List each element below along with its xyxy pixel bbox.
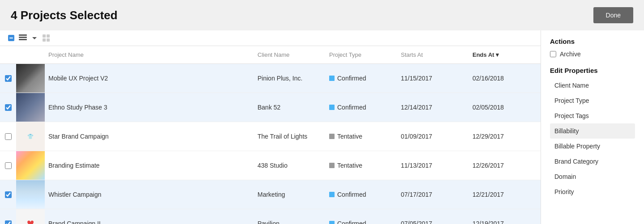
svg-rect-8	[43, 38, 46, 42]
svg-marker-5	[32, 37, 37, 39]
archive-row: Archive	[550, 51, 635, 58]
col-project-name: Project Name	[45, 50, 254, 60]
row-ends-at: 12/21/2017	[469, 187, 541, 202]
row-project-type: Confirmed	[326, 100, 397, 115]
row-project-name: Ethno Study Phase 3	[45, 100, 254, 114]
row-ends-at: 02/16/2018	[469, 71, 541, 85]
row-starts-at: 01/09/2017	[397, 129, 469, 144]
row-starts-at: 11/13/2017	[397, 158, 469, 173]
svg-rect-9	[47, 38, 50, 42]
row-checkbox-cell	[0, 190, 16, 200]
dropdown-arrow-icon[interactable]	[30, 34, 39, 42]
col-ends-at[interactable]: Ends At ▾	[469, 50, 541, 60]
row-project-name: Star Brand Campaign	[45, 129, 254, 144]
row-thumbnail	[16, 180, 45, 209]
row-select-checkbox[interactable]	[5, 162, 12, 169]
sidebar-prop-item-billable-property[interactable]: Billable Property	[550, 139, 635, 154]
type-label: Confirmed	[337, 104, 366, 111]
type-badge-dot	[329, 192, 335, 197]
table-toolbar	[0, 30, 541, 46]
row-ends-at: 12/29/2017	[469, 129, 541, 144]
type-label: Tentative	[337, 133, 362, 140]
row-thumbnail: 👕	[16, 122, 45, 151]
row-ends-at: 12/26/2017	[469, 158, 541, 173]
table-row: Whistler CampaignMarketingConfirmed07/17…	[0, 180, 541, 209]
row-checkbox-cell	[0, 102, 16, 113]
type-label: Confirmed	[337, 220, 366, 224]
row-select-checkbox[interactable]	[5, 191, 12, 198]
type-badge-dot	[329, 76, 335, 81]
type-label: Tentative	[337, 162, 362, 169]
right-sidebar: Actions Archive Edit Properties Client N…	[541, 30, 644, 224]
type-badge-dot	[329, 221, 335, 224]
row-checkbox-cell	[0, 73, 16, 84]
row-checkbox-cell	[0, 131, 16, 142]
row-starts-at: 11/15/2017	[397, 71, 469, 85]
row-select-checkbox[interactable]	[5, 75, 12, 82]
edit-props-title: Edit Properties	[550, 67, 635, 74]
row-thumbnail: ♥	[16, 209, 45, 224]
table-rows-container: Mobile UX Project V2Pinion Plus, Inc.Con…	[0, 64, 541, 224]
row-client-name: Pavilion	[254, 216, 326, 224]
row-ends-at: 02/05/2018	[469, 100, 541, 114]
table-row: Ethno Study Phase 3Bank 52Confirmed12/14…	[0, 93, 541, 122]
sidebar-prop-item-priority[interactable]: Priority	[550, 184, 635, 199]
svg-rect-1	[9, 38, 13, 38]
archive-checkbox[interactable]	[550, 51, 556, 57]
table-row: 👕Star Brand CampaignThe Trail of LightsT…	[0, 122, 541, 151]
row-project-name: Brand Campaign II	[45, 216, 254, 224]
row-project-type: Confirmed	[326, 216, 397, 224]
row-project-type: Tentative	[326, 158, 397, 173]
row-thumbnail	[16, 151, 45, 180]
type-badge-dot	[329, 105, 335, 110]
col-project-type: Project Type	[326, 50, 397, 60]
svg-rect-4	[19, 39, 27, 40]
row-client-name: Marketing	[254, 187, 326, 202]
row-project-name: Branding Estimate	[45, 158, 254, 173]
row-select-checkbox[interactable]	[5, 104, 12, 111]
sidebar-prop-item-project-type[interactable]: Project Type	[550, 93, 635, 108]
row-ends-at: 12/19/2017	[469, 216, 541, 224]
svg-rect-7	[47, 34, 50, 38]
col-client-name: Client Name	[254, 50, 326, 60]
row-select-checkbox[interactable]	[5, 133, 12, 140]
row-client-name: Pinion Plus, Inc.	[254, 71, 326, 85]
done-button[interactable]: Done	[593, 7, 633, 23]
row-starts-at: 07/05/2017	[397, 216, 469, 224]
row-client-name: Bank 52	[254, 100, 326, 114]
archive-label: Archive	[560, 51, 581, 58]
select-all-checkbox-icon[interactable]	[7, 34, 15, 42]
sidebar-prop-item-brand-category[interactable]: Brand Category	[550, 154, 635, 169]
list-view-icon[interactable]	[19, 34, 27, 42]
row-select-checkbox[interactable]	[5, 220, 12, 224]
row-project-type: Confirmed	[326, 187, 397, 202]
props-container: Client NameProject TypeProject TagsBilla…	[550, 78, 635, 199]
type-badge-dot	[329, 134, 335, 139]
table-row: Mobile UX Project V2Pinion Plus, Inc.Con…	[0, 64, 541, 93]
grid-view-icon[interactable]	[42, 34, 50, 42]
table-row: Branding Estimate438 StudioTentative11/1…	[0, 151, 541, 180]
svg-rect-2	[19, 34, 27, 36]
type-badge-dot	[329, 163, 335, 168]
row-client-name: 438 Studio	[254, 158, 326, 173]
row-starts-at: 07/17/2017	[397, 187, 469, 202]
sidebar-prop-item-billability[interactable]: Billability	[550, 123, 635, 139]
svg-rect-6	[43, 34, 46, 38]
sidebar-prop-item-domain[interactable]: Domain	[550, 169, 635, 184]
sidebar-prop-item-client-name[interactable]: Client Name	[550, 78, 635, 93]
row-thumbnail	[16, 93, 45, 122]
table-row: ♥Brand Campaign IIPavilionConfirmed07/05…	[0, 209, 541, 224]
row-client-name: The Trail of Lights	[254, 129, 326, 144]
sidebar-prop-item-project-tags[interactable]: Project Tags	[550, 108, 635, 123]
column-headers: Project Name Client Name Project Type St…	[0, 46, 541, 64]
col-starts-at: Starts At	[397, 50, 469, 60]
table-section: Project Name Client Name Project Type St…	[0, 30, 541, 224]
type-label: Confirmed	[337, 191, 366, 198]
row-starts-at: 12/14/2017	[397, 100, 469, 114]
row-checkbox-cell	[0, 161, 16, 171]
row-project-type: Tentative	[326, 129, 397, 144]
row-thumbnail	[16, 64, 45, 93]
col-check	[0, 50, 16, 60]
row-project-name: Whistler Campaign	[45, 187, 254, 202]
type-label: Confirmed	[337, 75, 366, 82]
